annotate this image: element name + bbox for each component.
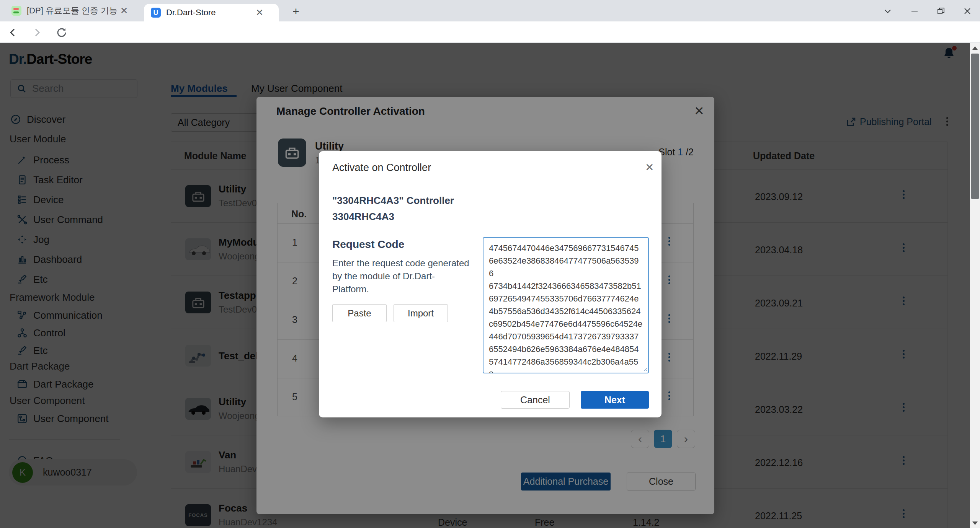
tab-close-icon[interactable]: ✕ xyxy=(256,7,263,18)
paste-button[interactable]: Paste xyxy=(332,304,387,322)
scrollbar-thumb[interactable] xyxy=(971,54,979,199)
scroll-up-arrow-icon[interactable] xyxy=(970,43,980,53)
controller-serial: 3304RHC4A3 xyxy=(332,211,394,223)
window-minimize-button[interactable] xyxy=(908,5,921,18)
scroll-down-arrow-icon[interactable] xyxy=(970,518,980,528)
browser-tab-strip: [DP] 유료모듈 인증 기능 개발 (미 ✕ U Dr.Dart-Store … xyxy=(0,0,980,21)
activate-on-controller-dialog: Activate on Controller ✕ "3304RHC4A3" Co… xyxy=(319,151,662,417)
browser-tab-jira[interactable]: [DP] 유료모듈 인증 기능 개발 (미 ✕ xyxy=(5,0,141,21)
browser-tab-drdart-store[interactable]: U Dr.Dart-Store ✕ xyxy=(144,4,279,21)
request-code-textarea[interactable] xyxy=(483,237,649,373)
window-restore-button[interactable] xyxy=(934,5,947,18)
tab-favicon-icon: U xyxy=(151,8,161,18)
import-button[interactable]: Import xyxy=(394,304,448,322)
resize-handle-icon[interactable] xyxy=(642,366,647,372)
tab-title: Dr.Dart-Store xyxy=(166,8,253,18)
request-code-description: Enter the request code generatedby the m… xyxy=(332,257,483,296)
tab-favicon-icon xyxy=(11,6,21,16)
request-code-label: Request Code xyxy=(332,238,404,251)
new-tab-button[interactable]: + xyxy=(289,5,302,18)
cancel-button[interactable]: Cancel xyxy=(501,391,570,409)
back-icon[interactable] xyxy=(6,26,19,39)
dialog-title: Activate on Controller xyxy=(332,162,431,174)
tab-close-icon[interactable]: ✕ xyxy=(120,5,128,16)
controller-title: "3304RHC4A3" Controller xyxy=(332,195,454,207)
next-button[interactable]: Next xyxy=(581,391,649,409)
dialog-close-icon[interactable]: ✕ xyxy=(645,161,654,174)
tab-title: [DP] 유료모듈 인증 기능 개발 (미 xyxy=(27,5,117,16)
page-scrollbar[interactable] xyxy=(970,43,980,528)
browser-toolbar: test.store.drdart.io/my-page G文 xyxy=(0,21,980,43)
window-chevron-icon[interactable] xyxy=(881,5,894,18)
reload-icon[interactable] xyxy=(55,26,68,39)
window-close-button[interactable] xyxy=(961,5,974,18)
forward-icon[interactable] xyxy=(31,26,44,39)
